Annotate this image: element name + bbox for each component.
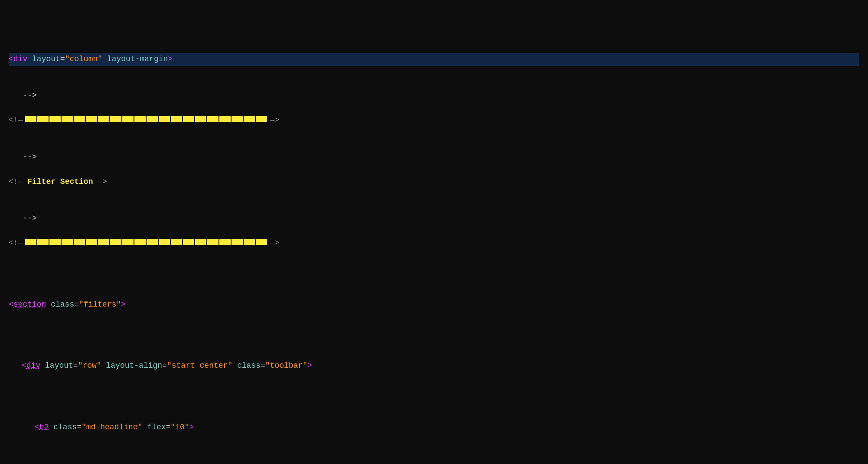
line-7: <h2 class="md-headline" flex="10"> [9, 421, 859, 434]
yellow-bars-1 [25, 116, 267, 122]
line-4: <!— —> [9, 237, 859, 250]
space [27, 53, 32, 65]
tag-div: div [13, 53, 27, 65]
bracket: < [9, 53, 13, 65]
line-1: <div layout="column" layout-margin> [9, 53, 859, 66]
filter-section-text: Filter Section [27, 176, 93, 188]
comment-close: —> [270, 114, 279, 127]
comment-open: <!— [9, 114, 23, 127]
code-editor: <div layout="column" layout-margin> --> … [9, 4, 859, 464]
comment-close-3: —> [270, 237, 279, 249]
comment-open-3: <!— [9, 237, 23, 249]
comment-close-2: —> [93, 176, 107, 188]
comment-open-2: <!— [9, 176, 27, 188]
line-2: <!— —> [9, 114, 859, 127]
line-3: <!— Filter Section —> [9, 176, 859, 189]
line-5: <section class="filters"> [9, 298, 859, 311]
attr-layout: layout [32, 53, 60, 65]
yellow-bars-2 [25, 239, 267, 245]
line-6: <div layout="row" layout-align="start ce… [9, 359, 859, 373]
